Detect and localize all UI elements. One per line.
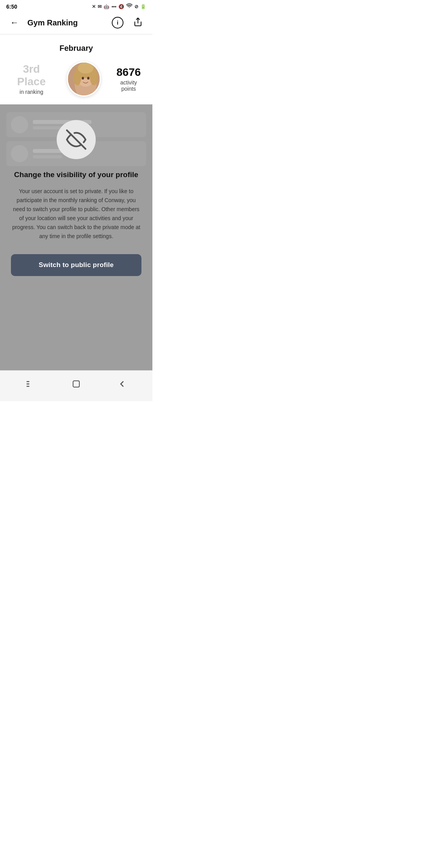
avatar xyxy=(67,61,101,97)
svg-rect-15 xyxy=(73,381,79,387)
status-icons: ✕ ✉ 🤖 ••• 🔇 ⊘ 🔋 xyxy=(92,3,146,10)
no-icon: ⊘ xyxy=(134,4,138,9)
activity-info: 8676 activity points xyxy=(113,66,145,92)
message-icon: ✉ xyxy=(98,4,102,9)
status-time: 6:50 xyxy=(6,4,17,10)
modal-title: Change the visibility of your profile xyxy=(14,170,138,180)
svg-point-10 xyxy=(87,77,89,80)
home-icon xyxy=(72,379,81,390)
activity-label: activity points xyxy=(113,79,145,92)
info-icon: i xyxy=(112,17,123,29)
battery-icon: 🔋 xyxy=(140,4,146,9)
month-title: February xyxy=(8,44,145,53)
modal-description: Your user account is set to private. If … xyxy=(11,187,141,241)
wifi-icon xyxy=(126,3,132,10)
rank-info: 3rd Place in ranking xyxy=(8,63,55,95)
menu-icon xyxy=(26,380,35,389)
bottom-navigation xyxy=(0,370,152,401)
back-arrow-icon: ← xyxy=(10,18,19,28)
svg-point-6 xyxy=(73,70,81,85)
back-nav-button[interactable] xyxy=(113,376,131,393)
rank-label: in ranking xyxy=(8,89,55,95)
back-button[interactable]: ← xyxy=(7,15,22,30)
menu-nav-button[interactable] xyxy=(22,376,39,393)
visibility-icon-container xyxy=(57,120,96,159)
share-button[interactable] xyxy=(131,15,145,30)
hidden-icon xyxy=(66,129,86,150)
ranking-section: February 3rd Place in ranking xyxy=(0,34,152,104)
status-bar: 6:50 ✕ ✉ 🤖 ••• 🔇 ⊘ 🔋 xyxy=(0,0,152,11)
app-header: ← Gym Ranking i xyxy=(0,11,152,34)
svg-point-8 xyxy=(78,63,93,74)
info-button[interactable]: i xyxy=(110,15,125,30)
mute-icon: 🔇 xyxy=(118,4,124,9)
android-icon: 🤖 xyxy=(104,4,109,9)
modal-content: Change the visibility of your profile Yo… xyxy=(0,104,152,290)
rank-place: 3rd Place xyxy=(8,63,55,88)
home-nav-button[interactable] xyxy=(68,376,85,393)
page-title: Gym Ranking xyxy=(27,18,78,27)
ranking-row: 3rd Place in ranking xyxy=(8,61,145,97)
overlay-section: — — Change the visibility of your profil… xyxy=(0,104,152,370)
svg-point-7 xyxy=(90,70,98,85)
back-chevron-icon xyxy=(118,379,126,390)
switch-to-public-button[interactable]: Switch to public profile xyxy=(11,254,141,276)
svg-point-0 xyxy=(129,7,130,8)
activity-points: 8676 xyxy=(113,66,145,79)
svg-point-9 xyxy=(82,77,84,80)
share-icon xyxy=(133,17,143,28)
more-icon: ••• xyxy=(111,4,116,9)
sim-icon: ✕ xyxy=(92,4,96,9)
